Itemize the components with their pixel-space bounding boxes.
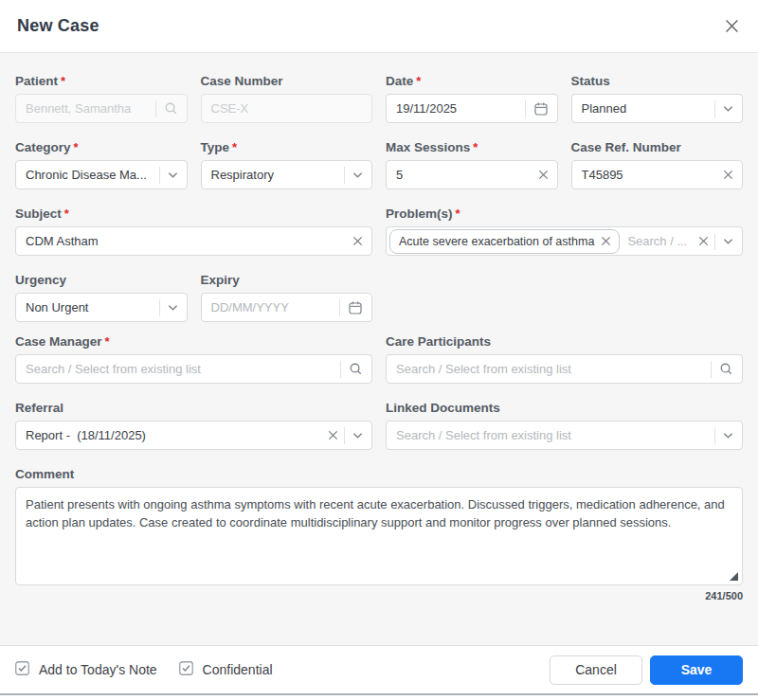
- required-marker: *: [74, 140, 79, 154]
- max-sessions-label: Max Sessions: [386, 140, 470, 154]
- problem-tag: Acute severe exacerbation of asthma: [389, 229, 620, 254]
- field-referral: Referral Report - (18/11/2025): [15, 401, 372, 450]
- field-patient: Patient* Bennett, Samantha: [15, 74, 188, 123]
- clear-icon[interactable]: [538, 170, 549, 180]
- field-case-ref: Case Ref. Number T45895: [571, 140, 744, 189]
- required-marker: *: [232, 140, 237, 154]
- max-sessions-input[interactable]: 5: [386, 160, 558, 189]
- required-marker: *: [456, 206, 460, 221]
- required-marker: *: [473, 140, 478, 154]
- comment-label: Comment: [15, 467, 74, 481]
- dialog-footer: Add to Today's Note Confidential Cancel …: [0, 645, 758, 695]
- field-max-sessions: Max Sessions* 5: [386, 140, 558, 189]
- comment-textarea[interactable]: Patient presents with ongoing asthma sym…: [15, 487, 743, 585]
- type-label: Type: [201, 140, 230, 154]
- date-label: Date: [386, 74, 413, 88]
- required-marker: *: [416, 74, 421, 88]
- field-comment: Comment Patient presents with ongoing as…: [15, 467, 743, 601]
- status-select[interactable]: Planned: [571, 94, 744, 123]
- required-marker: *: [105, 334, 110, 349]
- chevron-down-icon[interactable]: [168, 171, 178, 179]
- category-label: Category: [15, 140, 71, 154]
- checkbox-label: Confidential: [203, 662, 273, 677]
- char-count: 241/500: [15, 590, 743, 601]
- case-number-input: CSE-X: [201, 94, 373, 123]
- type-select[interactable]: Respiratory: [201, 160, 373, 189]
- required-marker: *: [61, 74, 65, 88]
- linked-documents-input[interactable]: Search / Select from existing list: [386, 421, 743, 450]
- field-status: Status Planned: [571, 74, 744, 123]
- expiry-input[interactable]: DD/MM/YYYY: [201, 293, 373, 322]
- field-date: Date* 19/11/2025: [386, 74, 558, 123]
- case-number-label: Case Number: [201, 74, 283, 88]
- field-expiry: Expiry DD/MM/YYYY: [201, 273, 373, 322]
- checkbox-checked-icon[interactable]: [15, 661, 29, 679]
- care-participants-label: Care Participants: [386, 334, 491, 349]
- field-care-participants: Care Participants Search / Select from e…: [386, 334, 743, 384]
- subject-label: Subject: [15, 206, 62, 221]
- dialog-title: New Case: [17, 16, 99, 36]
- field-case-manager: Case Manager* Search / Select from exist…: [15, 334, 372, 384]
- field-urgency: Urgency Non Urgent: [15, 273, 188, 322]
- search-icon[interactable]: [349, 362, 363, 376]
- dialog-body: Patient* Bennett, Samantha Case Number C…: [0, 53, 758, 645]
- patient-input[interactable]: Bennett, Samantha: [15, 94, 188, 123]
- chevron-down-icon[interactable]: [352, 432, 363, 440]
- clear-icon[interactable]: [698, 236, 709, 246]
- care-participants-input[interactable]: Search / Select from existing list: [386, 354, 743, 384]
- case-manager-label: Case Manager: [15, 334, 102, 349]
- case-manager-input[interactable]: Search / Select from existing list: [15, 354, 372, 384]
- field-subject: Subject* CDM Astham: [15, 206, 372, 256]
- expiry-label: Expiry: [201, 273, 240, 287]
- clear-icon[interactable]: [328, 430, 338, 440]
- clear-icon[interactable]: [723, 170, 733, 180]
- problems-input[interactable]: Acute severe exacerbation of asthma Sear…: [386, 226, 743, 256]
- clear-icon[interactable]: [352, 236, 363, 246]
- remove-tag-icon[interactable]: [601, 236, 611, 246]
- dialog-header: New Case: [0, 0, 758, 53]
- field-category: Category* Chronic Disease Ma...: [15, 140, 188, 189]
- checkbox-label: Add to Today's Note: [39, 662, 157, 677]
- field-problems: Problem(s)* Acute severe exacerbation of…: [386, 206, 743, 256]
- category-select[interactable]: Chronic Disease Ma...: [15, 160, 188, 189]
- search-icon[interactable]: [719, 362, 733, 376]
- status-label: Status: [571, 74, 610, 88]
- field-case-number: Case Number CSE-X: [201, 74, 373, 123]
- referral-select[interactable]: Report - (18/11/2025): [15, 421, 372, 450]
- case-ref-label: Case Ref. Number: [571, 140, 681, 154]
- chevron-down-icon[interactable]: [168, 304, 178, 312]
- date-input[interactable]: 19/11/2025: [386, 94, 558, 123]
- checkbox-confidential[interactable]: Confidential: [179, 661, 273, 679]
- resize-handle-icon[interactable]: [730, 572, 738, 581]
- chevron-down-icon[interactable]: [723, 105, 733, 113]
- field-linked-documents: Linked Documents Search / Select from ex…: [386, 401, 743, 450]
- save-button[interactable]: Save: [650, 655, 743, 685]
- case-ref-input[interactable]: T45895: [571, 160, 744, 189]
- urgency-select[interactable]: Non Urgent: [15, 293, 188, 322]
- chevron-down-icon[interactable]: [723, 432, 733, 440]
- checkbox-checked-icon[interactable]: [179, 661, 193, 679]
- calendar-icon[interactable]: [533, 101, 549, 117]
- problems-label: Problem(s): [386, 206, 453, 221]
- linked-documents-label: Linked Documents: [386, 401, 500, 415]
- close-icon[interactable]: [725, 19, 739, 33]
- calendar-icon[interactable]: [348, 300, 363, 315]
- search-icon[interactable]: [164, 101, 178, 116]
- chevron-down-icon[interactable]: [723, 238, 733, 245]
- chevron-down-icon[interactable]: [352, 171, 363, 179]
- urgency-label: Urgency: [15, 273, 66, 287]
- referral-label: Referral: [15, 401, 63, 415]
- subject-input[interactable]: CDM Astham: [15, 226, 372, 256]
- checkbox-add-to-todays-note[interactable]: Add to Today's Note: [15, 661, 157, 679]
- required-marker: *: [64, 206, 69, 221]
- cancel-button[interactable]: Cancel: [550, 655, 642, 685]
- patient-label: Patient: [15, 74, 58, 88]
- field-type: Type* Respiratory: [201, 140, 373, 189]
